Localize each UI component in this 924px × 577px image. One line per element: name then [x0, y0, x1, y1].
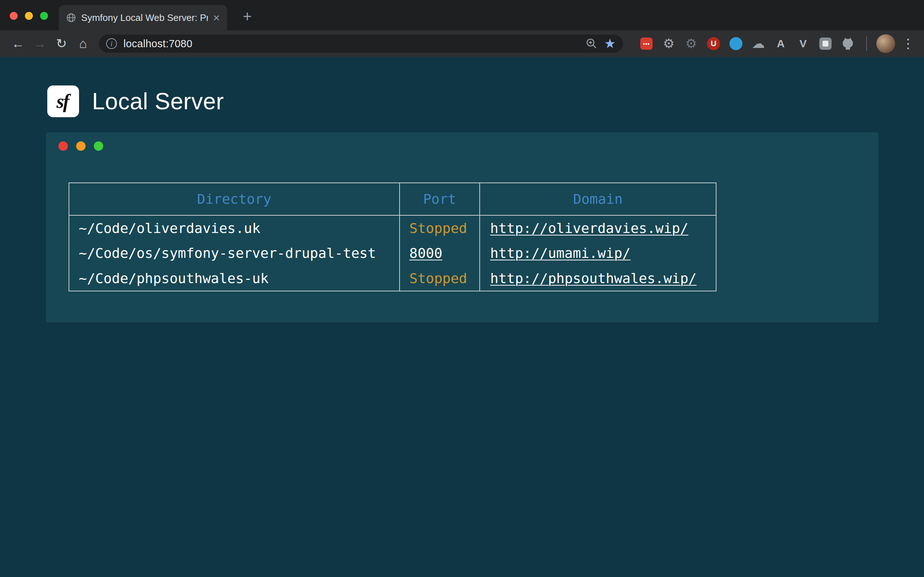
servers-table: Directory Port Domain ~/Code/oliverdavie… — [69, 182, 716, 292]
blue-circle-extension-icon[interactable] — [727, 35, 745, 53]
letter-v-extension-icon[interactable]: V — [794, 35, 812, 53]
symfony-logo-text: sf — [57, 90, 70, 113]
site-header: sf Local Server — [47, 85, 224, 117]
tab-title: Symfony Local Web Server: Prox — [81, 12, 208, 23]
table-row: ~/Code/os/symfony-server-drupal-test 800… — [69, 240, 716, 266]
green-dot-icon — [94, 141, 103, 151]
column-header-directory: Directory — [69, 183, 399, 215]
port-link[interactable]: 8000 — [409, 245, 443, 261]
profile-avatar[interactable] — [876, 34, 895, 53]
letter-a-extension-icon[interactable]: A — [772, 35, 790, 53]
ublock-extension-icon[interactable]: U — [704, 35, 723, 53]
url-text[interactable]: localhost:7080 — [123, 38, 585, 50]
orange-dot-icon — [76, 141, 86, 151]
dots-grid-extension-icon[interactable]: ••• — [637, 35, 656, 53]
tab-close-icon[interactable]: × — [213, 12, 220, 23]
table-row: ~/Code/oliverdavies.uk Stopped http://ol… — [69, 215, 716, 240]
bookmark-star-icon[interactable]: ★ — [604, 37, 616, 50]
favicon-globe-icon — [66, 13, 76, 23]
zoom-icon[interactable] — [585, 37, 598, 50]
cloud-extension-icon[interactable]: ☁ — [749, 35, 767, 53]
domain-link[interactable]: http://umami.wip/ — [490, 245, 630, 261]
browser-tab[interactable]: Symfony Local Web Server: Prox × — [59, 5, 227, 30]
browser-toolbar: ← → ↻ ⌂ i localhost:7080 ★ ••• ⚙ ⚙ U ☁ A… — [0, 30, 924, 57]
directory-cell: ~/Code/phpsouthwales-uk — [69, 266, 399, 291]
close-window-button[interactable] — [10, 12, 18, 20]
page-title: Local Server — [92, 88, 224, 115]
toolbar-divider — [866, 36, 867, 51]
table-row: ~/Code/phpsouthwales-uk Stopped http://p… — [69, 266, 716, 291]
directory-cell: ~/Code/os/symfony-server-drupal-test — [69, 240, 399, 266]
domain-link[interactable]: http://phpsouthwales.wip/ — [490, 271, 696, 286]
gear-extension-icon[interactable]: ⚙ — [660, 35, 678, 53]
generic-extension-icon[interactable] — [816, 35, 835, 53]
back-button[interactable]: ← — [7, 33, 29, 55]
card-window-dots — [58, 141, 103, 151]
cog-extension-icon[interactable]: ⚙ — [682, 35, 700, 53]
red-dot-icon — [58, 141, 68, 151]
extensions-row: ••• ⚙ ⚙ U ☁ A V ⋮ — [637, 34, 917, 53]
forward-button[interactable]: → — [29, 33, 50, 55]
tab-bar: Symfony Local Web Server: Prox × + — [0, 0, 924, 30]
domain-link[interactable]: http://oliverdavies.wip/ — [490, 220, 688, 236]
new-tab-button[interactable]: + — [236, 6, 258, 27]
reload-button[interactable]: ↻ — [50, 33, 72, 55]
symfony-logo: sf — [47, 85, 79, 117]
octocat-extension-icon[interactable] — [839, 35, 857, 53]
minimize-window-button[interactable] — [25, 12, 33, 20]
address-bar[interactable]: i localhost:7080 ★ — [99, 35, 623, 53]
port-status: Stopped — [409, 220, 467, 236]
column-header-domain: Domain — [480, 183, 716, 215]
page-content: sf Local Server Directory Port Domain ~/… — [0, 57, 924, 577]
table-header-row: Directory Port Domain — [69, 183, 716, 215]
directory-cell: ~/Code/oliverdavies.uk — [69, 215, 399, 240]
port-status: Stopped — [409, 271, 467, 286]
browser-menu-icon[interactable]: ⋮ — [900, 35, 917, 52]
server-card: Directory Port Domain ~/Code/oliverdavie… — [46, 132, 879, 322]
site-info-icon[interactable]: i — [106, 38, 117, 49]
maximize-window-button[interactable] — [40, 12, 48, 20]
window-controls — [10, 12, 48, 20]
column-header-port: Port — [399, 183, 480, 215]
home-button[interactable]: ⌂ — [72, 33, 94, 55]
